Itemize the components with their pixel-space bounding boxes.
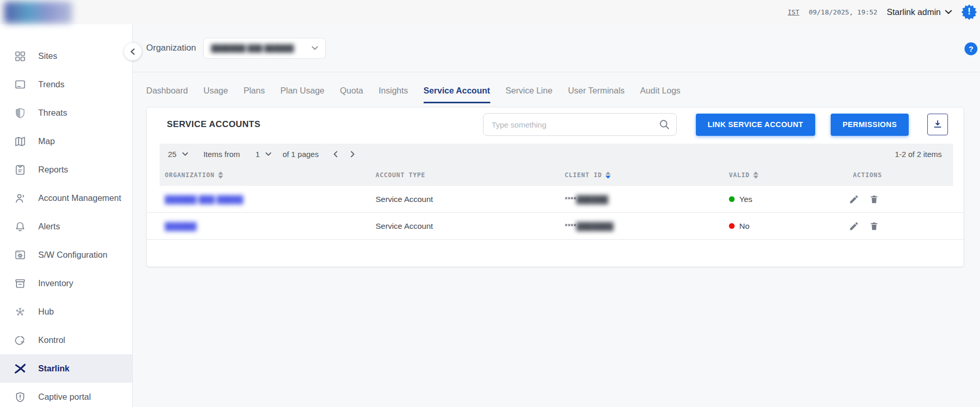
tab-user-terminals[interactable]: User Terminals: [568, 86, 625, 103]
account-type-value: Service Account: [371, 195, 561, 204]
box-icon: [13, 277, 27, 290]
previous-page-button[interactable]: [333, 151, 338, 158]
user-menu-label: Starlink admin: [886, 7, 941, 17]
sidebar-item-threats[interactable]: Threats: [0, 99, 132, 127]
sidebar-item-label: S/W Configuration: [38, 250, 107, 260]
sidebar-item-label: Map: [38, 136, 55, 146]
organization-dropdown[interactable]: ███████ ███ ██████: [203, 38, 326, 59]
column-header-actions: ACTIONS: [844, 171, 953, 179]
sidebar-item-trends[interactable]: Trends: [0, 70, 132, 99]
sidebar-item-label: Captive portal: [38, 392, 91, 402]
permissions-button[interactable]: PERMISSIONS: [831, 114, 909, 136]
grid-icon: [13, 50, 27, 63]
download-icon: [932, 119, 943, 130]
map-icon: [13, 135, 27, 148]
timezone-link[interactable]: IST: [788, 8, 800, 16]
column-header-organization[interactable]: ORGANIZATION: [161, 171, 371, 179]
sidebar-item-hub[interactable]: Hub: [0, 298, 132, 326]
search-input[interactable]: [483, 113, 677, 136]
sidebar-item-label: Kontrol: [38, 335, 65, 345]
collapse-sidebar-button[interactable]: [124, 43, 142, 60]
user-menu[interactable]: Starlink admin: [886, 7, 952, 17]
sidebar-item-inventory[interactable]: Inventory: [0, 269, 132, 298]
valid-value: Yes: [739, 195, 752, 204]
main-content: Organization ███████ ███ ██████ ? Dashbo…: [133, 24, 980, 407]
help-icon[interactable]: ?: [965, 42, 977, 55]
link-service-account-button[interactable]: LINK SERVICE ACCOUNT: [696, 114, 815, 136]
edit-button[interactable]: [849, 221, 859, 231]
sidebar-item-label: Inventory: [38, 278, 73, 288]
tab-audit-logs[interactable]: Audit Logs: [640, 86, 680, 103]
search-icon[interactable]: [658, 118, 671, 131]
trash-icon: [869, 221, 879, 231]
organization-link[interactable]: ██████: [165, 222, 197, 230]
tab-service-account[interactable]: Service Account: [424, 86, 490, 103]
top-bar: IST 09/18/2025, 19:52 Starlink admin !: [0, 0, 980, 24]
next-page-button[interactable]: [350, 151, 355, 158]
tab-service-line[interactable]: Service Line: [506, 86, 553, 103]
pagination-bar: 25 Items from 1 of 1 pages 1-2 of 2 item…: [160, 144, 953, 164]
tab-bar: Dashboard Usage Plans Plan Usage Quota I…: [133, 72, 980, 103]
delete-button[interactable]: [869, 194, 879, 205]
edit-button[interactable]: [849, 194, 859, 205]
tab-plan-usage[interactable]: Plan Usage: [281, 86, 324, 103]
column-header-valid[interactable]: VALID: [725, 171, 844, 179]
page-size-select[interactable]: 25: [168, 150, 188, 159]
sidebar-item-reports[interactable]: Reports: [0, 155, 132, 184]
starlink-x-icon: [13, 362, 27, 375]
page-size-value: 25: [168, 150, 177, 159]
pencil-icon: [849, 194, 859, 205]
organization-bar: Organization ███████ ███ ██████ ?: [133, 24, 980, 72]
sidebar-item-kontrol[interactable]: Kontrol: [0, 326, 132, 354]
sidebar-item-alerts[interactable]: Alerts: [0, 212, 132, 241]
pencil-icon: [849, 221, 859, 231]
window-gear-icon: [13, 248, 27, 262]
tab-usage[interactable]: Usage: [204, 86, 228, 103]
tab-dashboard[interactable]: Dashboard: [146, 86, 188, 103]
sidebar-item-sw-configuration[interactable]: S/W Configuration: [0, 241, 132, 269]
sidebar-item-starlink[interactable]: Starlink: [0, 354, 132, 383]
sidebar-item-label: Starlink: [38, 364, 70, 373]
organization-link[interactable]: ██████ ███ █████: [165, 195, 243, 204]
bell-icon: [13, 220, 27, 233]
client-id-value: ****██████: [561, 195, 725, 204]
sidebar-item-label: Account Management: [38, 193, 121, 203]
chevron-down-icon: [312, 46, 318, 50]
trash-icon: [869, 194, 879, 205]
organization-label: Organization: [146, 43, 196, 53]
download-button[interactable]: [927, 114, 948, 135]
table-row: ██████ Service Account ****███████ No: [147, 213, 963, 240]
pie-icon: [13, 334, 27, 347]
status-dot: [729, 223, 735, 229]
column-header-account-type: ACCOUNT TYPE: [371, 171, 561, 179]
panel-title: SERVICE ACCOUNTS: [167, 119, 260, 130]
tab-insights[interactable]: Insights: [379, 86, 408, 103]
sidebar-item-captive-portal[interactable]: Captive portal: [0, 383, 132, 407]
status-dot: [729, 196, 735, 202]
valid-value: No: [739, 222, 750, 231]
sidebar-item-map[interactable]: Map: [0, 127, 132, 155]
monitor-icon: [13, 78, 27, 91]
page-select[interactable]: 1: [256, 150, 271, 159]
page-value: 1: [256, 150, 260, 159]
sidebar-item-account-management[interactable]: Account Management: [0, 184, 132, 212]
sidebar-item-label: Sites: [38, 51, 57, 61]
delete-button[interactable]: [869, 221, 879, 231]
tab-quota[interactable]: Quota: [340, 86, 363, 103]
notification-badge-icon[interactable]: !: [961, 5, 977, 20]
sidebar-item-label: Alerts: [38, 222, 60, 231]
sidebar: Sites Trends Threats Map Reports Account…: [0, 24, 133, 407]
sort-arrows-icon: [605, 171, 611, 179]
chevron-down-icon: [182, 152, 188, 156]
sidebar-item-sites[interactable]: Sites: [0, 42, 132, 70]
table-header: ORGANIZATION ACCOUNT TYPE CLIENT ID VALI…: [160, 164, 953, 186]
column-header-client-id[interactable]: CLIENT ID: [561, 171, 725, 179]
sidebar-item-label: Trends: [38, 80, 65, 89]
person-icon: [13, 192, 27, 205]
chevron-left-icon: [130, 48, 136, 55]
shield-half-icon: [13, 106, 27, 120]
chevron-down-icon: [945, 10, 952, 14]
tab-plans[interactable]: Plans: [243, 86, 265, 103]
items-from-label: Items from: [204, 150, 240, 159]
chevron-down-icon: [266, 152, 271, 156]
